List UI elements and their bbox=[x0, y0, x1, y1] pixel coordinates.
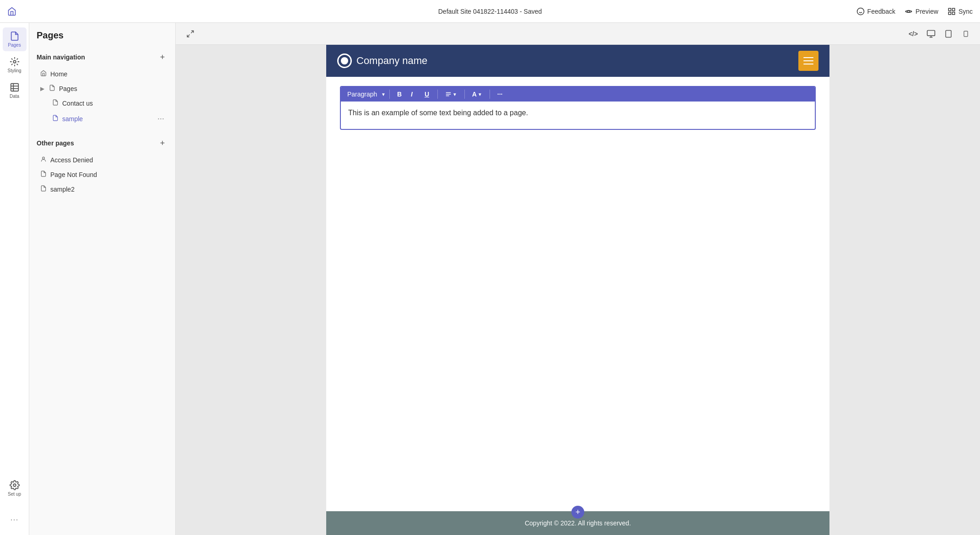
main-nav-header: Main navigation + bbox=[29, 48, 175, 66]
bold-button[interactable]: B bbox=[393, 89, 406, 100]
text-format-toolbar: Paragraph ▼ B I U bbox=[341, 87, 815, 102]
tablet-view-button[interactable] bbox=[942, 27, 955, 41]
access-denied-icon bbox=[40, 156, 47, 164]
content-area: </> bbox=[176, 23, 980, 535]
code-view-button[interactable]: </> bbox=[906, 27, 921, 41]
nav-item-sample[interactable]: sample ··· bbox=[33, 111, 172, 127]
nav-item-pages-group[interactable]: ▶ Pages bbox=[33, 81, 172, 96]
align-button[interactable]: ▼ bbox=[442, 89, 461, 99]
svg-rect-9 bbox=[11, 84, 18, 91]
svg-point-0 bbox=[857, 8, 864, 15]
mobile-view-button[interactable] bbox=[959, 27, 973, 41]
hamburger-button[interactable] bbox=[798, 51, 818, 71]
topbar: Default Site 041822-114403 - Saved Feedb… bbox=[0, 0, 980, 23]
paragraph-caret-icon: ▼ bbox=[381, 92, 386, 97]
format-divider-1 bbox=[389, 90, 390, 99]
svg-line-16 bbox=[187, 34, 189, 37]
sync-button[interactable]: Sync bbox=[948, 7, 973, 16]
font-caret-icon: ▼ bbox=[478, 92, 482, 97]
italic-button[interactable]: I bbox=[407, 89, 420, 100]
canvas-body: Paragraph ▼ B I U bbox=[326, 77, 829, 511]
svg-line-15 bbox=[191, 31, 194, 33]
pages-nav-icon bbox=[49, 85, 55, 92]
text-content-area[interactable]: This is an example of some text being ad… bbox=[341, 102, 815, 129]
sidebar-item-pages[interactable]: Pages bbox=[3, 27, 27, 51]
svg-rect-5 bbox=[952, 8, 954, 11]
pages-chevron-icon: ▶ bbox=[40, 86, 44, 92]
main-nav-title: Main navigation bbox=[37, 54, 85, 61]
sidebar-item-data[interactable]: Data bbox=[3, 79, 27, 102]
home-icon-button[interactable] bbox=[7, 7, 16, 16]
svg-point-13 bbox=[13, 484, 16, 487]
main-layout: Pages Styling Data Set up bbox=[0, 23, 980, 535]
canvas-page: Company name bbox=[326, 45, 829, 535]
font-button[interactable]: A ▼ bbox=[468, 89, 486, 100]
text-style-group: B I U bbox=[393, 89, 434, 100]
nav-item-home[interactable]: Home bbox=[33, 67, 172, 81]
svg-rect-6 bbox=[952, 12, 954, 14]
site-logo: Company name bbox=[337, 54, 427, 68]
svg-point-8 bbox=[13, 60, 16, 63]
font-group: A ▼ bbox=[468, 89, 486, 100]
preview-button[interactable]: Preview bbox=[905, 7, 938, 16]
svg-rect-7 bbox=[948, 12, 951, 14]
topbar-actions: Feedback Preview Sync bbox=[856, 7, 973, 16]
text-editor-wrapper[interactable]: Paragraph ▼ B I U bbox=[340, 86, 816, 130]
format-divider-2 bbox=[437, 90, 438, 99]
other-pages-title: Other pages bbox=[37, 139, 74, 147]
hamburger-line-1 bbox=[803, 57, 813, 58]
align-caret-icon: ▼ bbox=[452, 92, 457, 97]
underline-button[interactable]: U bbox=[421, 89, 434, 100]
add-block-button[interactable]: + bbox=[571, 506, 584, 519]
arrow-tool-button[interactable] bbox=[183, 27, 198, 41]
paragraph-format-select[interactable]: Paragraph bbox=[345, 89, 380, 100]
other-pages-add-button[interactable]: + bbox=[157, 138, 168, 149]
sample2-page-icon bbox=[40, 185, 47, 193]
icon-sidebar: Pages Styling Data Set up bbox=[0, 23, 29, 535]
canvas-toolbar: </> bbox=[176, 23, 980, 45]
paragraph-selector-group: Paragraph ▼ bbox=[345, 89, 386, 100]
pages-title: Pages bbox=[29, 30, 175, 48]
more-format-button[interactable]: ··· bbox=[494, 89, 506, 100]
topbar-left bbox=[7, 7, 16, 16]
align-group: ▼ bbox=[442, 89, 461, 99]
hamburger-line-3 bbox=[803, 64, 813, 64]
nav-item-contact-us[interactable]: Contact us bbox=[33, 96, 172, 110]
home-nav-icon bbox=[40, 70, 47, 78]
canvas-toolbar-left bbox=[183, 27, 198, 41]
sidebar-item-styling[interactable]: Styling bbox=[3, 53, 27, 77]
sample-more-icon[interactable]: ··· bbox=[157, 114, 164, 123]
other-pages-header: Other pages + bbox=[29, 134, 175, 152]
format-divider-3 bbox=[464, 90, 465, 99]
canvas-toolbar-right: </> bbox=[906, 27, 973, 41]
site-header: Company name bbox=[326, 45, 829, 77]
nav-item-page-not-found[interactable]: Page Not Found bbox=[33, 167, 172, 182]
svg-rect-17 bbox=[927, 30, 935, 36]
desktop-view-button[interactable] bbox=[924, 27, 938, 41]
nav-item-access-denied[interactable]: Access Denied bbox=[33, 153, 172, 167]
svg-rect-4 bbox=[948, 8, 951, 11]
canvas-scroll: Company name bbox=[176, 45, 980, 535]
hamburger-line-2 bbox=[803, 60, 813, 61]
nav-item-sample2[interactable]: sample2 bbox=[33, 182, 172, 196]
sample-page-icon bbox=[52, 115, 59, 123]
main-nav-add-button[interactable]: + bbox=[157, 52, 168, 63]
company-logo-icon bbox=[337, 54, 352, 68]
svg-rect-22 bbox=[964, 31, 968, 37]
svg-point-14 bbox=[43, 157, 45, 159]
contact-us-page-icon bbox=[52, 99, 59, 107]
pages-sidebar: Pages Main navigation + Home ▶ bbox=[29, 23, 176, 535]
feedback-button[interactable]: Feedback bbox=[856, 7, 895, 16]
format-divider-4 bbox=[490, 90, 490, 99]
site-title: Default Site 041822-114403 - Saved bbox=[438, 8, 542, 15]
sidebar-item-more[interactable]: ··· bbox=[3, 508, 27, 531]
sidebar-item-setup[interactable]: Set up bbox=[3, 476, 27, 500]
page-not-found-icon bbox=[40, 171, 47, 178]
